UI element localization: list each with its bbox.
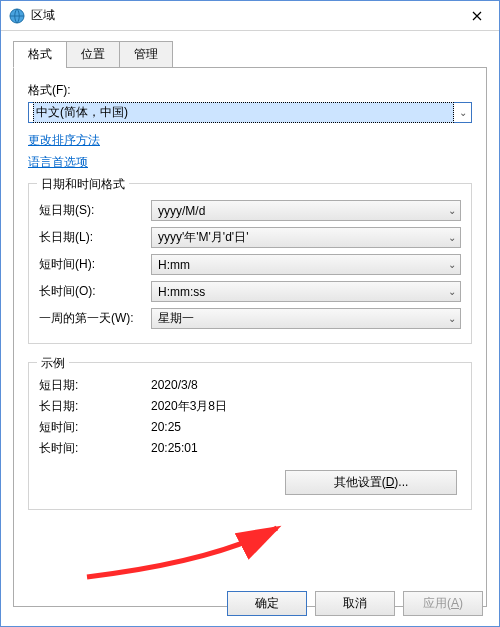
first-dow-value: 星期一 (158, 310, 443, 327)
format-combo-value: 中文(简体，中国) (33, 102, 454, 123)
dialog-button-bar: 确定 取消 应用(A) (227, 591, 483, 616)
short-date-combo[interactable]: yyyy/M/d ⌄ (151, 200, 461, 221)
ex-long-date-value: 2020年3月8日 (151, 399, 227, 413)
link-language-pref[interactable]: 语言首选项 (28, 153, 88, 171)
close-button[interactable] (454, 1, 499, 30)
chevron-down-icon: ⌄ (443, 313, 460, 324)
long-date-combo[interactable]: yyyy'年'M'月'd'日' ⌄ (151, 227, 461, 248)
apply-button[interactable]: 应用(A) (403, 591, 483, 616)
long-time-value: H:mm:ss (158, 285, 443, 299)
first-dow-combo[interactable]: 星期一 ⌄ (151, 308, 461, 329)
short-time-value: H:mm (158, 258, 443, 272)
globe-icon (9, 8, 25, 24)
ex-short-date-label: 短日期: (39, 377, 151, 394)
ex-short-time-value: 20:25 (151, 420, 181, 434)
short-date-value: yyyy/M/d (158, 204, 443, 218)
short-time-combo[interactable]: H:mm ⌄ (151, 254, 461, 275)
datetime-format-group: 日期和时间格式 短日期(S): yyyy/M/d ⌄ 长日期(L): yyyy'… (28, 183, 472, 344)
chevron-down-icon: ⌄ (443, 259, 460, 270)
datetime-group-legend: 日期和时间格式 (37, 176, 129, 193)
chevron-down-icon: ⌄ (443, 205, 460, 216)
first-dow-label: 一周的第一天(W): (39, 310, 151, 327)
long-time-label: 长时间(O): (39, 283, 151, 300)
format-combo[interactable]: 中文(简体，中国) ⌄ (28, 102, 472, 123)
close-icon (472, 11, 482, 21)
titlebar: 区域 (1, 1, 499, 31)
tab-panel-format: 格式(F): 中文(简体，中国) ⌄ 更改排序方法 语言首选项 日期和时间格式 … (13, 67, 487, 607)
example-group-legend: 示例 (37, 355, 69, 372)
example-group: 示例 短日期:2020/3/8 长日期:2020年3月8日 短时间:20:25 … (28, 362, 472, 510)
ex-long-time-label: 长时间: (39, 440, 151, 457)
additional-settings-button[interactable]: 其他设置(D)... (285, 470, 457, 495)
format-label: 格式(F): (28, 82, 472, 99)
ex-short-date-value: 2020/3/8 (151, 378, 198, 392)
annotation-arrow-icon (82, 522, 282, 582)
btn-text: 应用(A) (423, 595, 463, 612)
cancel-button[interactable]: 取消 (315, 591, 395, 616)
btn-text: 其他设置(D)... (334, 474, 409, 491)
region-dialog: 区域 尔 格式 位置 管理 格式(F): 中文(简体，中国) ⌄ 更改排序方法 … (0, 0, 500, 627)
tab-location[interactable]: 位置 (66, 41, 120, 68)
ex-long-date-label: 长日期: (39, 398, 151, 415)
tab-format[interactable]: 格式 (13, 41, 67, 68)
chevron-down-icon: ⌄ (443, 286, 460, 297)
ex-long-time-value: 20:25:01 (151, 441, 198, 455)
tab-strip: 格式 位置 管理 (13, 41, 499, 68)
chevron-down-icon: ⌄ (454, 107, 471, 118)
link-change-sort[interactable]: 更改排序方法 (28, 131, 100, 149)
short-date-label: 短日期(S): (39, 202, 151, 219)
short-time-label: 短时间(H): (39, 256, 151, 273)
window-title: 区域 (31, 7, 454, 24)
ex-short-time-label: 短时间: (39, 419, 151, 436)
chevron-down-icon: ⌄ (443, 232, 460, 243)
long-date-value: yyyy'年'M'月'd'日' (158, 229, 443, 246)
long-time-combo[interactable]: H:mm:ss ⌄ (151, 281, 461, 302)
tab-admin[interactable]: 管理 (119, 41, 173, 68)
ok-button[interactable]: 确定 (227, 591, 307, 616)
long-date-label: 长日期(L): (39, 229, 151, 246)
